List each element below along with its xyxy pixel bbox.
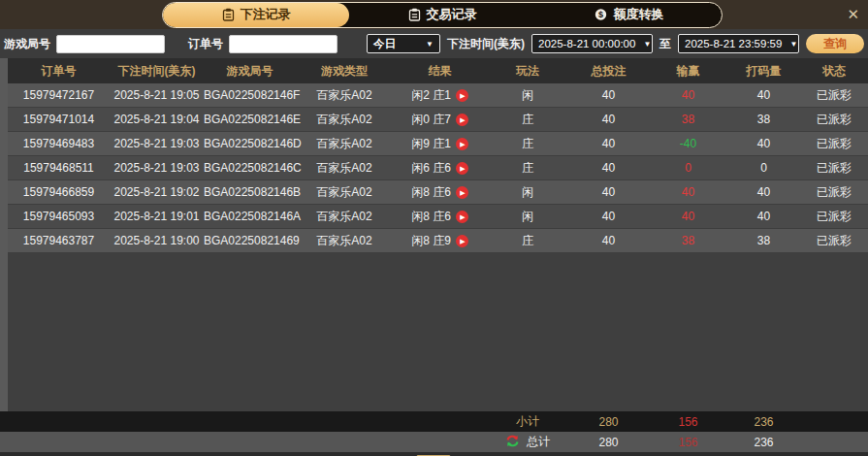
total-bet-cell: 40: [568, 88, 649, 102]
result-cell: 闲2 庄1 ▶: [393, 87, 487, 104]
result-cell: 闲9 庄1 ▶: [393, 136, 487, 152]
total-total-bet: 280: [568, 436, 649, 449]
game-type-cell: 百家乐A02: [296, 87, 393, 104]
col-header-round-id: 游戏局号: [204, 63, 296, 80]
col-header-status: 状态: [800, 63, 868, 80]
order-number-input[interactable]: [229, 35, 338, 53]
table-row[interactable]: 15979463787 2025-8-21 19:00 BGA022508214…: [8, 229, 868, 253]
start-time-select[interactable]: 2025-8-21 00:00:00 ▼: [531, 34, 653, 53]
table-body: 15979472167 2025-8-21 19:05 BGA022508214…: [8, 83, 868, 253]
top-tab-bar: 下注记录 交易记录 $ 额度转换 ✕: [0, 0, 868, 29]
play-video-icon[interactable]: ▶: [456, 162, 468, 175]
win-loss-cell: -40: [649, 137, 727, 150]
clipboard-record-icon: [222, 8, 235, 21]
status-cell: 已派彩: [800, 233, 868, 249]
coin-transfer-icon: $: [594, 8, 608, 21]
game-type-cell: 百家乐A02: [296, 184, 393, 201]
col-header-turnover: 打码量: [727, 63, 800, 80]
order-id-cell: 15979463787: [8, 234, 110, 247]
round-id-cell: BGA0225082146D: [204, 137, 296, 150]
play-video-icon[interactable]: ▶: [456, 114, 468, 126]
play-cell: 闲: [487, 87, 568, 104]
table-row[interactable]: 15979472167 2025-8-21 19:05 BGA022508214…: [8, 83, 868, 108]
total-row: 总计 280 156 236: [0, 432, 868, 452]
chevron-down-icon: ▼: [789, 40, 797, 49]
total-bet-cell: 40: [568, 210, 649, 223]
bet-time-cell: 2025-8-21 19:03: [110, 161, 204, 175]
betting-records-window: 下注记录 交易记录 $ 额度转换 ✕ 游戏局号 订单号 今日: [0, 0, 868, 456]
subtotal-row: 小计 280 156 236: [0, 411, 868, 432]
table-row[interactable]: 15979471014 2025-8-21 19:04 BGA022508214…: [8, 108, 868, 132]
order-id-cell: 15979466859: [8, 185, 110, 199]
col-header-result: 结果: [393, 63, 487, 80]
col-header-play: 玩法: [487, 63, 568, 80]
order-id-cell: 15979471014: [8, 113, 110, 126]
table-empty-area: [8, 253, 868, 411]
result-cell: 闲8 庄6 ▶: [393, 184, 487, 201]
bet-time-label: 下注时间(美东): [447, 36, 525, 52]
bet-time-cell: 2025-8-21 19:00: [110, 234, 204, 247]
table-row[interactable]: 15979469483 2025-8-21 19:03 BGA022508214…: [8, 132, 868, 156]
total-bet-cell: 40: [568, 161, 649, 175]
turnover-cell: 40: [727, 185, 800, 199]
status-cell: 已派彩: [800, 87, 868, 104]
svg-text:$: $: [597, 10, 602, 19]
result-cell: 闲6 庄6 ▶: [393, 160, 487, 177]
col-header-total-bet: 总投注: [568, 63, 649, 80]
total-turnover: 236: [727, 436, 800, 449]
play-video-icon[interactable]: ▶: [456, 186, 468, 199]
query-button[interactable]: 查询: [806, 34, 864, 53]
round-id-cell: BGA0225082146A: [204, 210, 296, 223]
win-loss-cell: 0: [649, 161, 727, 175]
win-loss-cell: 38: [649, 234, 727, 247]
turnover-cell: 40: [727, 210, 800, 223]
tab-label: 交易记录: [427, 6, 477, 23]
game-round-input[interactable]: [56, 35, 165, 53]
tab-betting-records[interactable]: 下注记录: [163, 3, 349, 27]
table-row[interactable]: 15979468511 2025-8-21 19:03 BGA022508214…: [8, 156, 868, 180]
win-loss-cell: 38: [649, 113, 727, 126]
col-header-game-type: 游戏类型: [296, 63, 393, 80]
win-loss-cell: 40: [649, 88, 727, 102]
order-id-cell: 15979468511: [8, 161, 110, 175]
play-video-icon[interactable]: ▶: [456, 138, 468, 150]
total-bet-cell: 40: [568, 113, 649, 126]
order-id-cell: 15979465093: [8, 210, 110, 223]
turnover-cell: 38: [727, 113, 800, 126]
play-video-icon[interactable]: ▶: [456, 235, 468, 247]
date-preset-select[interactable]: 今日 ▼: [367, 34, 440, 53]
subtotal-total-bet: 280: [568, 415, 649, 429]
play-video-icon[interactable]: ▶: [456, 211, 468, 223]
play-cell: 庄: [487, 136, 568, 152]
chevron-down-icon: ▼: [643, 40, 651, 49]
game-type-cell: 百家乐A02: [296, 160, 393, 177]
status-cell: 已派彩: [800, 112, 868, 128]
play-video-icon[interactable]: ▶: [456, 89, 468, 102]
bet-time-cell: 2025-8-21 19:04: [110, 113, 204, 126]
order-number-label: 订单号: [188, 36, 223, 52]
end-time-select[interactable]: 2025-8-21 23:59:59 ▼: [678, 34, 799, 53]
total-bet-cell: 40: [568, 185, 649, 199]
tab-transaction-records[interactable]: 交易记录: [349, 3, 535, 27]
close-icon[interactable]: ✕: [847, 6, 859, 23]
round-id-cell: BGA0225082146F: [204, 88, 296, 102]
chevron-down-icon: ▼: [426, 40, 434, 49]
table-row[interactable]: 15979466859 2025-8-21 19:02 BGA022508214…: [8, 180, 868, 205]
tab-label: 下注记录: [241, 6, 291, 23]
turnover-cell: 40: [727, 88, 800, 102]
order-id-cell: 15979472167: [8, 88, 110, 102]
bet-time-cell: 2025-8-21 19:01: [110, 210, 204, 223]
status-cell: 已派彩: [800, 160, 868, 177]
tab-quota-conversion[interactable]: $ 额度转换: [535, 3, 722, 27]
col-header-order-id: 订单号: [8, 63, 110, 80]
bet-time-cell: 2025-8-21 19:03: [110, 137, 204, 150]
table-row[interactable]: 15979465093 2025-8-21 19:01 BGA022508214…: [8, 205, 868, 229]
total-label: 总计: [527, 434, 550, 450]
exchange-arrows-icon[interactable]: [505, 435, 520, 450]
win-loss-cell: 40: [649, 185, 727, 199]
status-cell: 已派彩: [800, 136, 868, 152]
status-cell: 已派彩: [800, 184, 868, 201]
table-header-row: 订单号 下注时间(美东) 游戏局号 游戏类型 结果 玩法 总投注 输赢 打码量 …: [8, 58, 868, 83]
tab-group: 下注记录 交易记录 $ 额度转换: [162, 2, 723, 28]
subtotal-label: 小计: [487, 413, 568, 430]
